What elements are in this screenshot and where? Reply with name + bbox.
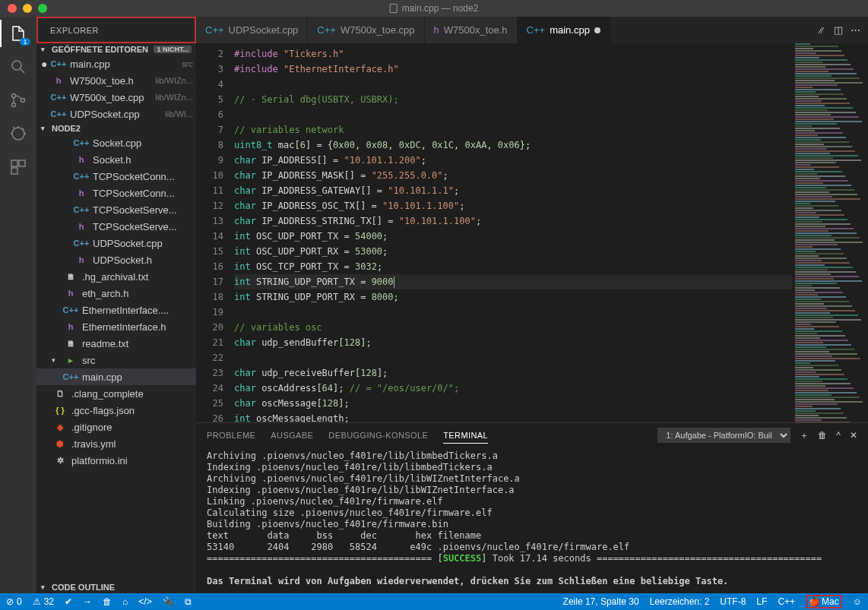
extensions-view-icon[interactable] (8, 156, 29, 178)
sidebar: EXPLORER ▾ GEÖFFNETE EDITOREN 1 NICHT...… (36, 17, 196, 593)
panel-tab[interactable]: PROBLEME (207, 431, 255, 440)
status-feedback-icon[interactable]: ☺ (853, 596, 862, 607)
panel-tab[interactable]: DEBUGGING-KONSOLE (328, 431, 428, 440)
file-type-icon: C++ (73, 239, 90, 248)
open-editor-item[interactable]: hW7500x_toe.hlib/WIZn... (36, 72, 196, 89)
file-item[interactable]: C++Socket.cpp (36, 134, 196, 151)
terminal-output[interactable]: Archiving .pioenvs/nucleo_f401re/lib/lib… (196, 447, 868, 593)
file-type-icon: h (73, 188, 90, 198)
file-type-icon: h (62, 289, 79, 298)
debug-view-icon[interactable] (8, 123, 29, 144)
titlebar: main.cpp — node2 (0, 0, 868, 17)
file-item[interactable]: ◈.gitignore (36, 419, 196, 435)
editor-tab[interactable]: C++main.cpp (518, 17, 610, 43)
file-type-icon: C++ (205, 24, 224, 36)
file-item[interactable]: C++main.cpp (36, 368, 196, 385)
status-line-endings[interactable]: 🍎Mac (806, 595, 842, 608)
svg-point-3 (21, 99, 25, 103)
activity-bar: 1 (0, 17, 36, 593)
kill-terminal-icon[interactable]: 🗑 (818, 430, 827, 441)
file-type-icon: { } (52, 406, 68, 415)
file-type-icon: ⬢ (52, 439, 68, 449)
status-warnings[interactable]: ⚠ 32 (33, 596, 54, 607)
file-type-icon: C++ (50, 59, 67, 68)
file-tree: C++Socket.cpphSocket.hC++TCPSocketConn..… (36, 134, 196, 581)
editor-tab[interactable]: C++UDPSocket.cpp (196, 17, 308, 43)
open-editor-item[interactable]: C++W7500x_toe.cpplib/WIZn... (36, 89, 196, 106)
file-item[interactable]: 🗋.clang_complete (36, 385, 196, 402)
status-eol[interactable]: LF (756, 596, 767, 607)
pio-upload-icon[interactable]: → (83, 596, 92, 607)
file-item[interactable]: C++EthernetInterface.... (36, 302, 196, 318)
chevron-down-icon: ▾ (41, 46, 49, 53)
editor-tab[interactable]: hW7500x_toe.h (425, 17, 518, 43)
open-editor-item[interactable]: ●C++main.cppsrc (36, 55, 196, 72)
pio-build-icon[interactable]: ✔ (65, 596, 72, 607)
status-errors[interactable]: ⊘ 0 (6, 596, 22, 607)
minimap[interactable] (792, 43, 868, 422)
explorer-badge: 1 (20, 38, 30, 46)
project-section-header[interactable]: ▾ NODE2 (36, 122, 196, 134)
file-item[interactable]: ✲platformio.ini (36, 452, 196, 469)
zoom-window-button[interactable] (38, 4, 47, 13)
panel-maximize-icon[interactable]: ^ (836, 430, 841, 441)
pio-home-icon[interactable]: ⌂ (122, 596, 128, 607)
open-editors-section-header[interactable]: ▾ GEÖFFNETE EDITOREN 1 NICHT... (36, 43, 196, 55)
folder-item[interactable]: ▾ ▸src (36, 352, 196, 368)
search-view-icon[interactable] (8, 56, 29, 77)
file-type-icon: C++ (73, 172, 90, 181)
terminal-selector[interactable]: 1: Aufgabe - PlatformIO: Buil (657, 428, 790, 443)
code-editor[interactable]: #include "Tickers.h"#include "EthernetIn… (234, 43, 792, 422)
status-cursor[interactable]: Zeile 17, Spalte 30 (563, 596, 639, 607)
status-encoding[interactable]: UTF-8 (720, 596, 746, 607)
file-item[interactable]: hTCPSocketConn... (36, 185, 196, 201)
panel-tabs: PROBLEMEAUSGABEDEBUGGING-KONSOLETERMINAL… (196, 423, 868, 447)
file-type-icon: h (62, 322, 79, 331)
file-type-icon: C++ (62, 372, 79, 381)
chevron-icon: ▾ (52, 356, 59, 364)
file-item[interactable]: hSocket.h (36, 151, 196, 168)
file-type-icon: C++ (50, 93, 67, 102)
panel-tab[interactable]: AUSGABE (271, 431, 313, 440)
file-item[interactable]: hEthernetInterface.h (36, 318, 196, 335)
file-type-icon: ✲ (52, 456, 68, 466)
sidebar-title: EXPLORER (36, 17, 196, 43)
file-type-icon: ◈ (52, 422, 68, 432)
explorer-view-icon[interactable]: 1 (8, 23, 29, 44)
file-item[interactable]: heth_arch.h (36, 285, 196, 302)
panel-tab[interactable]: TERMINAL (443, 431, 488, 444)
status-language[interactable]: C++ (778, 596, 795, 607)
pio-monitor-icon[interactable]: </> (138, 596, 151, 607)
svg-point-0 (12, 61, 21, 70)
file-item[interactable]: ⬢.travis.yml (36, 435, 196, 452)
file-item[interactable]: C++TCPSocketServe... (36, 201, 196, 218)
svg-rect-5 (11, 160, 17, 166)
editor-tab[interactable]: C++W7500x_toe.cpp (308, 17, 424, 43)
file-type-icon: h (73, 255, 90, 264)
more-actions-icon[interactable]: ⋯ (851, 24, 860, 36)
file-item[interactable]: hUDPSocket.h (36, 251, 196, 268)
status-indent[interactable]: Leerzeichen: 2 (650, 596, 710, 607)
file-item[interactable]: { }.gcc-flags.json (36, 402, 196, 419)
file-item[interactable]: 🗎.hg_archival.txt (36, 268, 196, 285)
file-item[interactable]: C++UDPSocket.cpp (36, 235, 196, 251)
pio-terminal-icon[interactable]: ⧉ (185, 596, 192, 607)
file-item[interactable]: C++TCPSocketConn... (36, 168, 196, 185)
pio-clean-icon[interactable]: 🗑 (103, 596, 112, 607)
source-control-view-icon[interactable] (8, 90, 29, 111)
new-terminal-icon[interactable]: ＋ (800, 429, 809, 442)
file-item[interactable]: hTCPSocketServe... (36, 218, 196, 235)
panel-close-icon[interactable]: ✕ (850, 430, 857, 441)
pio-new-terminal-icon[interactable]: 🔌 (163, 596, 174, 607)
split-editor-icon[interactable]: ◫ (834, 24, 843, 36)
open-editor-item[interactable]: C++UDPSocket.cpplib/WI... (36, 106, 196, 122)
close-window-button[interactable] (8, 4, 17, 13)
svg-point-1 (12, 94, 16, 98)
open-editors-list: ●C++main.cppsrchW7500x_toe.hlib/WIZn...C… (36, 55, 196, 122)
code-outline-section-header[interactable]: ▾ CODE OUTLINE (36, 581, 196, 593)
compare-changes-icon[interactable]: ⫽ (816, 24, 826, 36)
minimize-window-button[interactable] (23, 4, 32, 13)
svg-point-2 (12, 103, 16, 107)
file-type-icon: 🗋 (52, 389, 68, 398)
file-item[interactable]: 🗎readme.txt (36, 335, 196, 352)
